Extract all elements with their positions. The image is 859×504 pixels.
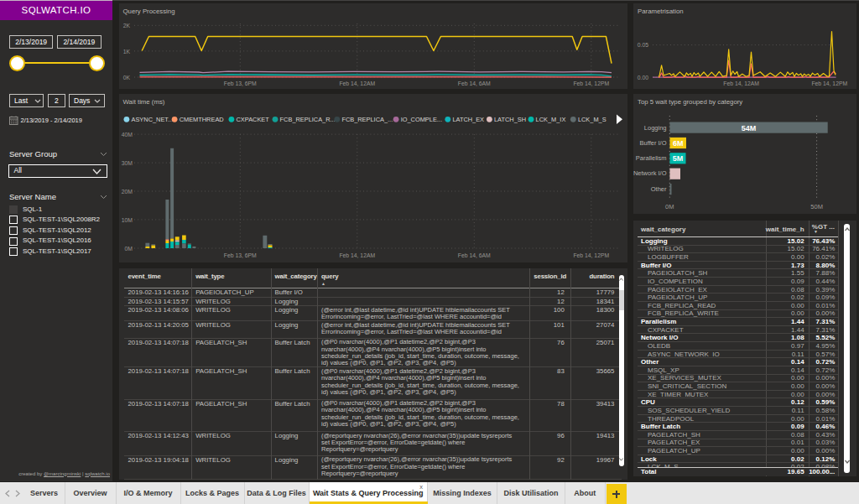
svg-text:20M: 20M: [121, 189, 133, 195]
svg-text:Feb 14, 6AM: Feb 14, 6AM: [457, 252, 490, 258]
svg-text:LCK_M_S: LCK_M_S: [577, 116, 606, 123]
svg-text:Feb 14, 12AM: Feb 14, 12AM: [723, 81, 759, 86]
svg-text:54M: 54M: [742, 124, 757, 132]
svg-text:CMEMTHREAD: CMEMTHREAD: [179, 116, 223, 123]
svg-text:Feb 14, 12PM: Feb 14, 12PM: [811, 81, 847, 86]
svg-text:6M: 6M: [673, 139, 684, 148]
svg-text:5M: 5M: [673, 154, 684, 163]
svg-text:10M: 10M: [121, 217, 133, 223]
svg-text:Network I/O: Network I/O: [633, 169, 667, 177]
svg-text:0M: 0M: [665, 203, 674, 210]
svg-text:Feb 14, 6AM: Feb 14, 6AM: [457, 81, 490, 86]
svg-text:ASYNC_NET...: ASYNC_NET...: [131, 116, 173, 123]
svg-text:LCK_M_IX: LCK_M_IX: [535, 116, 565, 123]
svg-text:FCB_REPLICA_R...: FCB_REPLICA_R...: [279, 116, 335, 123]
svg-text:1K: 1K: [122, 49, 130, 55]
svg-text:Feb 14, 12AM: Feb 14, 12AM: [339, 252, 375, 258]
svg-text:Feb 13, 6PM: Feb 13, 6PM: [223, 252, 256, 258]
svg-text:0K: 0K: [122, 75, 130, 81]
svg-text:50M: 50M: [810, 203, 823, 210]
svg-text:LATCH_EX: LATCH_EX: [452, 116, 484, 123]
svg-text:Feb 14, 12PM: Feb 14, 12PM: [573, 252, 609, 258]
svg-text:FCB_REPLICA_...: FCB_REPLICA_...: [341, 116, 393, 123]
svg-text:0M: 0M: [124, 246, 133, 252]
svg-text:Feb 13, 6PM: Feb 13, 6PM: [223, 81, 256, 86]
svg-text:0.00: 0.00: [638, 75, 648, 81]
svg-text:Feb 14, 12AM: Feb 14, 12AM: [339, 81, 375, 86]
svg-text:Other: Other: [651, 185, 667, 193]
svg-text:0.05: 0.05: [638, 42, 648, 48]
svg-text:2K: 2K: [122, 23, 130, 29]
svg-text:Logging: Logging: [644, 124, 667, 132]
svg-text:Buffer I/O: Buffer I/O: [640, 139, 667, 147]
svg-text:IO_COMPLE...: IO_COMPLE...: [400, 116, 441, 123]
svg-text:CXPACKET: CXPACKET: [236, 116, 269, 123]
svg-text:Feb 14, 12PM: Feb 14, 12PM: [573, 81, 609, 86]
svg-text:40M: 40M: [121, 132, 133, 138]
svg-text:Parallelism: Parallelism: [636, 154, 667, 162]
svg-text:LATCH_SH: LATCH_SH: [494, 116, 526, 123]
svg-text:30M: 30M: [121, 160, 133, 166]
